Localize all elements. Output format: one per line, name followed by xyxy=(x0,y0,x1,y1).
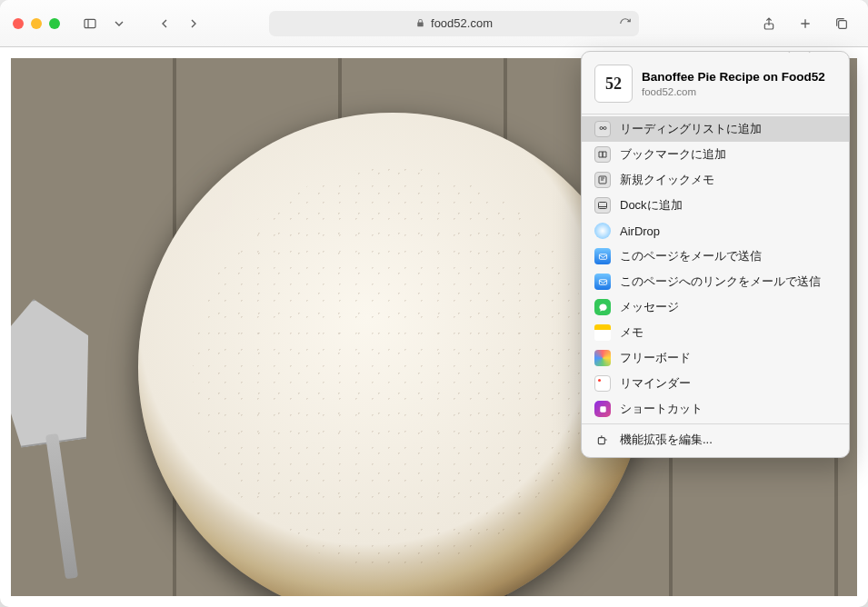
svg-rect-13 xyxy=(599,279,606,284)
dock-icon xyxy=(594,197,611,214)
svg-rect-15 xyxy=(598,438,604,444)
extension-icon xyxy=(594,432,611,448)
toolbar: food52.com xyxy=(0,0,868,47)
share-item-label: このページへのリンクをメールで送信 xyxy=(620,274,821,290)
chevron-down-icon xyxy=(112,16,126,31)
share-edit-extensions[interactable]: 機能拡張を編集... xyxy=(582,426,849,457)
share-item-label: フリーボード xyxy=(620,350,691,366)
share-item-label: メッセージ xyxy=(620,299,679,315)
share-button[interactable] xyxy=(755,12,783,35)
share-item-label: Dockに追加 xyxy=(620,197,683,214)
quicknote-icon xyxy=(594,172,611,188)
reload-icon[interactable] xyxy=(619,17,632,30)
share-thumbnail: 52 xyxy=(594,65,633,103)
share-item-notes[interactable]: メモ xyxy=(582,320,849,345)
sidebar-toggle-button[interactable] xyxy=(76,12,104,35)
share-popover: 52 Banoffee Pie Recipe on Food52 food52.… xyxy=(581,51,850,458)
reading-list-icon xyxy=(594,121,611,137)
svg-rect-14 xyxy=(600,406,605,412)
share-item-mail-page[interactable]: このページをメールで送信 xyxy=(582,244,849,269)
back-button[interactable] xyxy=(151,12,178,35)
share-item-airdrop[interactable]: AirDrop xyxy=(582,218,849,244)
share-item-freeform[interactable]: フリーボード xyxy=(582,345,849,371)
minimize-window-button[interactable] xyxy=(31,18,42,29)
share-item-label: ブックマークに追加 xyxy=(620,146,726,163)
chevron-right-icon xyxy=(186,16,201,31)
share-item-messages[interactable]: メッセージ xyxy=(582,294,849,320)
sidebar-menu-button[interactable] xyxy=(111,12,127,35)
mail-link-icon xyxy=(594,274,611,290)
plus-icon xyxy=(798,16,813,31)
spatula-image xyxy=(11,284,169,505)
share-item-reminders[interactable]: リマインダー xyxy=(582,371,849,396)
svg-point-6 xyxy=(600,127,603,130)
share-icon xyxy=(762,16,776,31)
share-header: 52 Banoffee Pie Recipe on Food52 food52.… xyxy=(582,52,849,112)
share-item-bookmark[interactable]: ブックマークに追加 xyxy=(582,142,849,167)
svg-rect-0 xyxy=(85,19,95,27)
divider xyxy=(582,114,849,114)
tabs-icon xyxy=(834,16,849,31)
share-item-dock[interactable]: Dockに追加 xyxy=(582,193,849,218)
window-controls xyxy=(13,18,60,29)
svg-rect-12 xyxy=(599,254,606,259)
svg-rect-10 xyxy=(599,203,607,209)
safari-window: food52.com 52 Bano xyxy=(0,0,868,607)
messages-icon xyxy=(594,299,611,315)
chevron-left-icon xyxy=(157,16,172,31)
forward-button[interactable] xyxy=(180,12,207,35)
lock-icon xyxy=(415,18,425,28)
shortcuts-icon xyxy=(594,401,611,417)
share-item-reading-list[interactable]: リーディングリストに追加 xyxy=(582,116,849,142)
share-item-label: リマインダー xyxy=(620,375,691,392)
share-item-shortcuts[interactable]: ショートカット xyxy=(582,396,849,422)
svg-rect-5 xyxy=(839,20,847,28)
zoom-window-button[interactable] xyxy=(49,18,60,29)
share-title: Banoffee Pie Recipe on Food52 xyxy=(642,70,825,85)
reminders-icon xyxy=(594,375,611,392)
share-item-label: このページをメールで送信 xyxy=(620,248,762,264)
mail-icon xyxy=(594,248,611,264)
new-tab-button[interactable] xyxy=(792,12,819,35)
nav-buttons xyxy=(151,12,207,35)
airdrop-icon xyxy=(594,223,611,239)
share-footer-label: 機能拡張を編集... xyxy=(620,432,713,448)
share-item-label: 新規クイックメモ xyxy=(620,172,714,188)
close-window-button[interactable] xyxy=(13,18,24,29)
freeform-icon xyxy=(594,350,611,366)
address-bar[interactable]: food52.com xyxy=(269,11,639,36)
address-text: food52.com xyxy=(431,16,493,30)
svg-point-7 xyxy=(604,127,606,130)
sidebar-icon xyxy=(83,16,97,31)
share-item-label: AirDrop xyxy=(620,224,660,238)
share-domain: food52.com xyxy=(642,86,825,97)
share-item-label: ショートカット xyxy=(620,401,703,417)
share-item-quicknote[interactable]: 新規クイックメモ xyxy=(582,167,849,193)
share-item-mail-link[interactable]: このページへのリンクをメールで送信 xyxy=(582,269,849,294)
bookmark-icon xyxy=(594,146,611,163)
pie-image xyxy=(138,113,647,596)
share-item-label: メモ xyxy=(620,324,644,341)
divider xyxy=(582,423,849,424)
tab-overview-button[interactable] xyxy=(828,12,855,35)
notes-icon xyxy=(594,324,611,341)
share-item-label: リーディングリストに追加 xyxy=(620,121,762,137)
